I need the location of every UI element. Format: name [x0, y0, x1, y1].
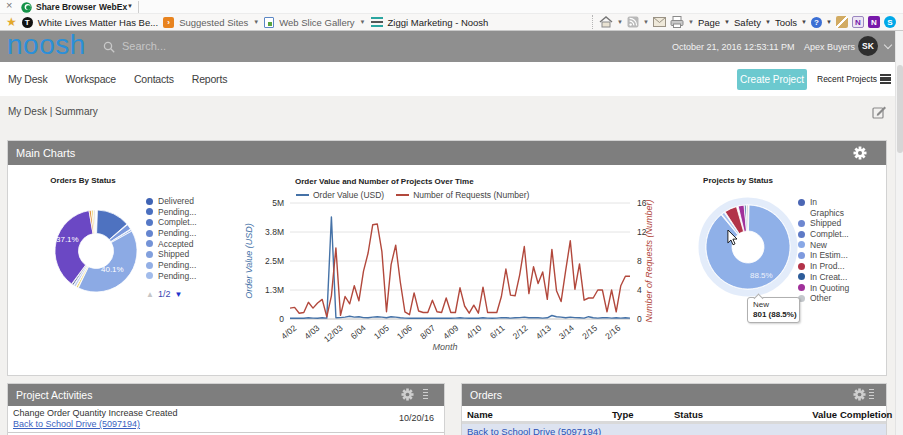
- caret-down-icon[interactable]: ▼: [801, 19, 807, 25]
- nav-item-workspace[interactable]: Workspace: [65, 73, 116, 85]
- page-down-icon[interactable]: ▼: [174, 290, 182, 299]
- activity-title: Change Order Quantity Increase Created: [13, 408, 178, 418]
- caret-down-icon[interactable]: ▼: [688, 19, 694, 25]
- snip-addon-icon[interactable]: [836, 16, 848, 28]
- skype-icon[interactable]: S: [884, 16, 896, 28]
- chart-title-orders-by-status: Orders By Status: [18, 176, 148, 185]
- line-chart-plot[interactable]: 001.3M42.5M83.8M125M164/024/0312/036/041…: [238, 197, 668, 367]
- nav-item-my-desk[interactable]: My Desk: [8, 73, 47, 85]
- legend-bullet: [146, 272, 153, 279]
- gear-icon[interactable]: [853, 388, 866, 401]
- column-header-name[interactable]: Name: [467, 409, 493, 420]
- donut-slice-label: 88.5%: [750, 271, 773, 280]
- legend-item: Pending...: [146, 228, 234, 239]
- legend-bullet: [798, 252, 805, 259]
- scrollbar-thumb[interactable]: [897, 65, 903, 153]
- feeds-icon[interactable]: [627, 16, 639, 28]
- print-icon[interactable]: [670, 16, 684, 28]
- webex-icon: [21, 2, 32, 13]
- column-header-completion[interactable]: Completion: [840, 409, 886, 420]
- nav-item-reports[interactable]: Reports: [192, 73, 227, 85]
- legend-label: In Estim...: [810, 250, 848, 261]
- x-axis-tick: 1/06: [395, 323, 414, 341]
- drag-handle-icon[interactable]: [869, 389, 874, 401]
- donut-slice[interactable]: [78, 231, 137, 292]
- share-browser-label[interactable]: Share Browser: [36, 2, 96, 12]
- order-row[interactable]: Back to School Drive (5097194): [462, 424, 886, 435]
- gear-icon[interactable]: [401, 388, 414, 401]
- order-link[interactable]: Back to School Drive (5097194): [467, 426, 601, 435]
- search-input[interactable]: Search...: [122, 40, 166, 52]
- legend-bullet: [798, 231, 805, 238]
- page-up-icon[interactable]: ▲: [146, 290, 154, 299]
- legend-bullet: [146, 208, 153, 215]
- favorites-items: ★ T White Lives Matter Has Be... › Sugge…: [6, 14, 488, 30]
- nav-item-contacts[interactable]: Contacts: [134, 73, 174, 85]
- gear-icon[interactable]: [853, 146, 867, 160]
- projects-by-status-donut[interactable]: [690, 189, 806, 305]
- x-axis-tick: 6/04: [349, 323, 368, 341]
- caret-down-icon[interactable]: ▼: [724, 19, 730, 25]
- legend-label: In Graphics: [810, 197, 844, 218]
- chevron-down-icon[interactable]: [884, 41, 892, 49]
- account-name[interactable]: Apex Buyers: [804, 42, 855, 52]
- webex-caret-icon[interactable]: ▼: [127, 3, 133, 9]
- caret-down-icon[interactable]: ▼: [360, 19, 366, 25]
- help-icon[interactable]: ?: [811, 17, 822, 28]
- left-axis-tick: 2.5M: [265, 256, 284, 266]
- activity-project-link[interactable]: Back to School Drive (5097194): [13, 419, 140, 429]
- recent-projects-list-icon[interactable]: [880, 74, 891, 84]
- legend-label: Other: [810, 293, 831, 304]
- orders-by-status-donut[interactable]: [46, 201, 146, 301]
- chart-title-projects-by-status: Projects by Status: [648, 176, 828, 185]
- caret-down-icon[interactable]: ▼: [253, 19, 259, 25]
- activity-row[interactable]: Change Order Quantity Increase Created B…: [8, 406, 444, 433]
- favorite-link-3[interactable]: Web Slice Gallery: [279, 17, 354, 28]
- legend-bullet: [146, 230, 153, 237]
- legend-label: Complet...: [158, 217, 197, 228]
- drag-handle-icon[interactable]: [423, 389, 428, 401]
- browser-scrollbar[interactable]: [895, 31, 903, 435]
- onenote-notes-icon[interactable]: N: [852, 16, 864, 28]
- webex-menu[interactable]: WebEx: [99, 2, 127, 12]
- x-axis-tick: 8/07: [418, 323, 437, 341]
- legend-bullet: [798, 273, 805, 280]
- page-indicator: 1/2: [158, 289, 171, 299]
- legend-label: In Quoting: [810, 283, 849, 294]
- close-icon[interactable]: ×: [6, 0, 12, 11]
- orders-by-status-legend: DeliveredPending...Complet...Pending...A…: [146, 196, 234, 282]
- chart-title-order-value: Order Value and Number of Projects Over …: [295, 177, 474, 186]
- tools-menu[interactable]: Tools: [775, 17, 797, 28]
- favorite-link-1[interactable]: White Lives Matter Has Be...: [38, 17, 158, 28]
- recent-projects-link[interactable]: Recent Projects: [817, 74, 877, 84]
- x-axis-tick: 4/13: [534, 323, 553, 341]
- create-project-button[interactable]: Create Project: [737, 69, 807, 90]
- safety-menu[interactable]: Safety: [734, 17, 761, 28]
- column-header-type[interactable]: Type: [612, 409, 633, 420]
- x-axis-tick: 4/02: [279, 323, 298, 341]
- favorites-star-icon[interactable]: ★: [6, 16, 17, 28]
- separator: [138, 1, 139, 13]
- onenote-icon[interactable]: N: [868, 16, 880, 28]
- mail-icon[interactable]: [653, 17, 666, 27]
- left-axis-tick: 1.3M: [265, 285, 284, 295]
- legend-label: Delivered: [158, 196, 194, 207]
- legend-item: Complet...: [798, 229, 890, 240]
- edit-page-icon[interactable]: [871, 104, 887, 120]
- legend-item: Shipped: [146, 249, 234, 260]
- caret-down-icon[interactable]: ▼: [643, 19, 649, 25]
- favorite-link-4[interactable]: Ziggi Marketing - Noosh: [388, 17, 489, 28]
- column-header-status[interactable]: Status: [674, 409, 703, 420]
- search-icon[interactable]: [103, 41, 116, 54]
- caret-down-icon[interactable]: ▼: [826, 19, 832, 25]
- column-header-value[interactable]: Value: [807, 409, 837, 420]
- favorite-link-2[interactable]: Suggested Sites: [179, 17, 248, 28]
- page-menu[interactable]: Page: [698, 17, 720, 28]
- avatar[interactable]: SK: [858, 36, 878, 56]
- home-icon[interactable]: [599, 16, 613, 28]
- x-axis-tick: 3/14: [557, 323, 576, 341]
- project-activities-header: Project Activities: [8, 384, 444, 406]
- noosh-logo[interactable]: noosh: [7, 30, 86, 60]
- caret-down-icon[interactable]: ▼: [765, 19, 771, 25]
- caret-down-icon[interactable]: ▼: [617, 19, 623, 25]
